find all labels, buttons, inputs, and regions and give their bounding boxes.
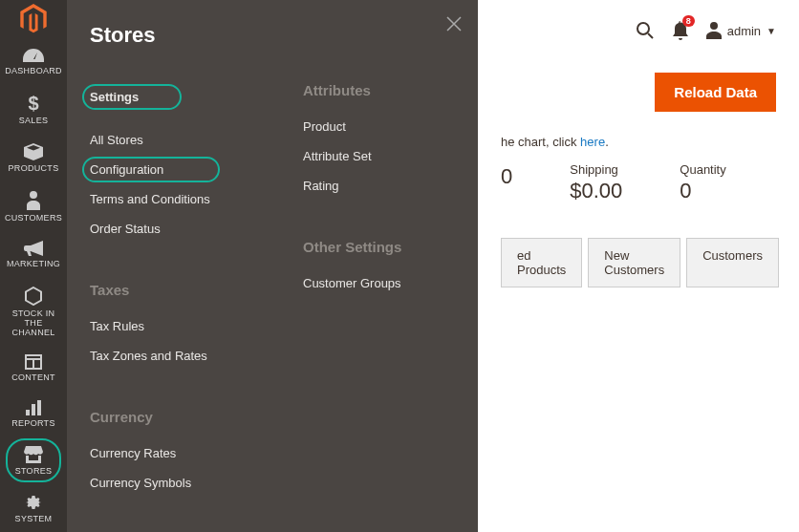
- user-menu[interactable]: admin ▼: [706, 22, 776, 39]
- close-icon[interactable]: [445, 15, 463, 32]
- dashboard-tabs: ed Products New Customers Customers: [501, 238, 776, 287]
- link-attr-rating[interactable]: Rating: [303, 171, 478, 201]
- metric-value: $0.00: [570, 179, 622, 203]
- caret-down-icon: ▼: [767, 26, 776, 36]
- topbar: 8 admin ▼: [501, 13, 776, 48]
- nav-label: DASHBOARD: [5, 67, 62, 76]
- nav-stock-channel[interactable]: STOCK IN THE CHANNEL: [0, 277, 67, 346]
- metric: 0: [501, 162, 512, 203]
- reload-data-button[interactable]: Reload Data: [655, 73, 776, 112]
- nav-content[interactable]: CONTENT: [0, 345, 67, 391]
- link-terms[interactable]: Terms and Conditions: [90, 184, 265, 214]
- gear-icon: [25, 494, 42, 511]
- link-attr-product[interactable]: Product: [303, 112, 478, 141]
- notifications-icon[interactable]: 8: [672, 21, 689, 40]
- link-currency-rates[interactable]: Currency Rates: [90, 438, 265, 468]
- nav-marketing[interactable]: MARKETING: [0, 231, 67, 277]
- nav-system[interactable]: SYSTEM: [0, 484, 67, 532]
- nav-dashboard[interactable]: DASHBOARD: [0, 38, 67, 84]
- flyout-col-right: Attributes Product Attribute Set Rating …: [303, 71, 478, 498]
- chart-note: he chart, click here.: [501, 135, 776, 149]
- section-taxes: Taxes: [90, 282, 265, 298]
- dollar-icon: $: [27, 94, 40, 113]
- nav-sales[interactable]: $ SALES: [0, 84, 67, 134]
- nav-customers[interactable]: CUSTOMERS: [0, 181, 67, 231]
- flyout-title: Stores: [90, 23, 478, 48]
- metric-value: 0: [501, 164, 512, 189]
- nav-label: CONTENT: [11, 373, 55, 383]
- nav-stores[interactable]: STORES: [0, 436, 67, 484]
- nav-label: STORES: [15, 467, 53, 477]
- hexagon-icon: [25, 287, 42, 306]
- tab-products[interactable]: ed Products: [501, 238, 582, 287]
- stores-flyout: Stores Settings All Stores Configuration…: [67, 0, 478, 532]
- admin-sidebar: DASHBOARD $ SALES PRODUCTS CUSTOMERS MAR…: [0, 0, 67, 532]
- nav-label: REPORTS: [11, 419, 54, 429]
- tab-customers[interactable]: Customers: [686, 238, 779, 287]
- gauge-icon: [23, 48, 44, 63]
- link-all-stores[interactable]: All Stores: [90, 125, 265, 155]
- section-currency: Currency: [90, 409, 265, 425]
- magento-logo[interactable]: [0, 0, 67, 38]
- metric-label: Shipping: [570, 162, 622, 177]
- metric-value: 0: [680, 179, 725, 203]
- nav-reports[interactable]: REPORTS: [0, 391, 67, 436]
- metric-label: Quantity: [680, 162, 725, 177]
- link-order-status[interactable]: Order Status: [90, 214, 265, 244]
- flyout-col-left: Settings All Stores Configuration Terms …: [90, 71, 265, 498]
- section-settings: Settings: [90, 82, 265, 112]
- svg-point-1: [637, 23, 649, 34]
- link-attr-set[interactable]: Attribute Set: [303, 141, 478, 171]
- link-currency-symbols[interactable]: Currency Symbols: [90, 468, 265, 498]
- store-icon: [24, 446, 43, 463]
- section-other: Other Settings: [303, 239, 478, 255]
- nav-label: SALES: [19, 117, 49, 126]
- username: admin: [727, 24, 761, 38]
- nav-label: SYSTEM: [15, 515, 53, 524]
- box-icon: [24, 143, 43, 160]
- megaphone-icon: [24, 241, 43, 256]
- metric-quantity: Quantity 0: [680, 162, 725, 203]
- link-tax-rules[interactable]: Tax Rules: [90, 311, 265, 341]
- link-customer-groups[interactable]: Customer Groups: [303, 268, 478, 298]
- svg-text:$: $: [28, 94, 38, 113]
- nav-products[interactable]: PRODUCTS: [0, 134, 67, 181]
- bar-chart-icon: [25, 400, 42, 415]
- metric-shipping: Shipping $0.00: [570, 162, 622, 203]
- chart-enable-link[interactable]: here: [580, 135, 605, 149]
- tab-new-customers[interactable]: New Customers: [588, 238, 680, 287]
- metrics-row: 0 Shipping $0.00 Quantity 0: [501, 162, 776, 203]
- link-configuration[interactable]: Configuration: [90, 155, 265, 184]
- nav-label: CUSTOMERS: [5, 214, 62, 223]
- nav-label: STOCK IN THE CHANNEL: [4, 309, 63, 338]
- nav-label: PRODUCTS: [9, 164, 59, 174]
- avatar-icon: [706, 22, 722, 39]
- layout-icon: [25, 354, 42, 370]
- link-tax-zones[interactable]: Tax Zones and Rates: [90, 341, 265, 371]
- section-attributes: Attributes: [303, 82, 478, 98]
- search-icon[interactable]: [636, 21, 655, 40]
- nav-label: MARKETING: [7, 260, 60, 269]
- person-icon: [27, 191, 40, 210]
- notif-count: 8: [682, 15, 695, 27]
- main-content: 8 admin ▼ Reload Data he chart, click he…: [478, 0, 799, 301]
